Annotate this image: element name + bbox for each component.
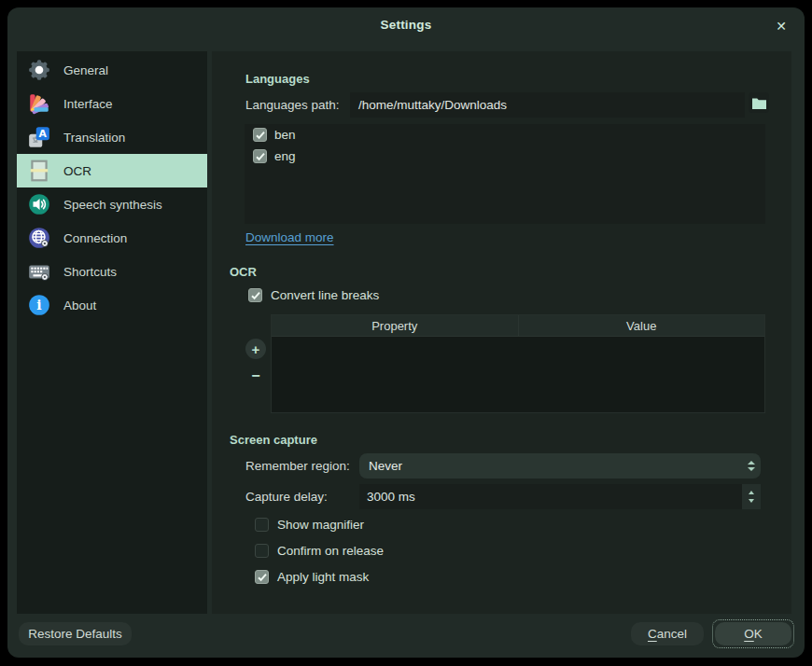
languages-path-input[interactable]: /home/muttaky/Downloads [350,92,745,118]
gear-icon [26,57,52,83]
checkbox-unchecked[interactable] [255,518,269,532]
info-icon: i [26,292,52,318]
checkbox-checked[interactable] [253,128,267,142]
translate-icon: A [26,124,52,150]
languages-section-title: Languages [245,72,310,86]
capture-delay-label: Capture delay: [245,490,328,504]
checkbox-checked[interactable] [255,570,269,584]
cancel-button[interactable]: Cancel [631,622,704,645]
table-header: Property Value [272,315,764,337]
convert-line-breaks-checkbox[interactable]: Convert line breaks [248,288,379,302]
screen-capture-section-title: Screen capture [230,433,317,447]
sidebar-item-label: Connection [63,231,127,245]
palette-icon [26,90,52,117]
remove-row-button[interactable]: − [245,366,266,386]
sidebar-item-label: General [63,63,108,77]
sidebar-item-label: Translation [63,131,125,145]
sidebar-item-about[interactable]: i About [17,288,207,322]
sidebar: General Interface [17,51,207,614]
languages-list[interactable]: ben eng [245,124,765,224]
titlebar: Settings ✕ [7,7,805,43]
sidebar-item-label: Interface [63,97,113,111]
download-more-link[interactable]: Download more [245,230,334,244]
sidebar-item-label: OCR [63,164,91,178]
restore-defaults-button[interactable]: Restore Defaults [19,622,132,645]
keyboard-gear-icon [26,258,52,284]
confirm-on-release-checkbox[interactable]: Confirm on release [255,544,384,558]
sidebar-item-label: About [63,298,96,312]
column-header-property[interactable]: Property [272,315,518,336]
browse-folder-button[interactable] [749,92,769,113]
sidebar-item-label: Speech synthesis [63,198,162,212]
languages-path-label: Languages path: [245,98,340,112]
remember-region-label: Remember region: [245,459,350,473]
svg-text:A: A [39,128,48,140]
add-row-button[interactable]: + [245,339,266,359]
ocr-properties-table[interactable]: Property Value [271,314,765,413]
spinner-arrows-icon[interactable] [748,453,755,479]
sidebar-item-ocr[interactable]: OCR [17,154,207,187]
sidebar-item-translation[interactable]: A Translation [17,120,207,154]
sidebar-item-speech-synthesis[interactable]: Speech synthesis [17,187,207,221]
svg-text:i: i [36,298,41,312]
capture-delay-spinbox[interactable]: 3000 ms [359,484,761,509]
spinbox-arrows-icon[interactable] [742,484,761,509]
dialog-title: Settings [7,18,805,32]
ocr-section-title: OCR [230,265,257,279]
sidebar-item-shortcuts[interactable]: Shortcuts [17,255,207,288]
folder-icon [751,96,767,110]
show-magnifier-checkbox[interactable]: Show magnifier [255,518,364,532]
globe-gear-icon [26,225,52,251]
language-item-eng[interactable]: eng [245,146,765,167]
sidebar-item-interface[interactable]: Interface [17,87,207,120]
sidebar-item-connection[interactable]: Connection [17,221,207,255]
settings-dialog: Settings ✕ General [7,7,805,658]
checkbox-unchecked[interactable] [255,544,269,558]
speaker-icon [26,191,52,217]
ok-button[interactable]: OK [715,622,791,645]
language-item-ben[interactable]: ben [245,124,765,146]
column-header-value[interactable]: Value [518,315,765,336]
sidebar-item-general[interactable]: General [17,53,207,87]
checkbox-checked[interactable] [253,149,267,163]
sidebar-item-label: Shortcuts [63,265,117,279]
apply-light-mask-checkbox[interactable]: Apply light mask [255,570,369,584]
scan-document-icon [26,158,52,184]
close-icon[interactable]: ✕ [771,16,791,36]
remember-region-select[interactable]: Never [359,453,761,479]
checkbox-checked[interactable] [248,288,262,302]
main-panel: Languages Languages path: /home/muttaky/… [212,51,791,614]
